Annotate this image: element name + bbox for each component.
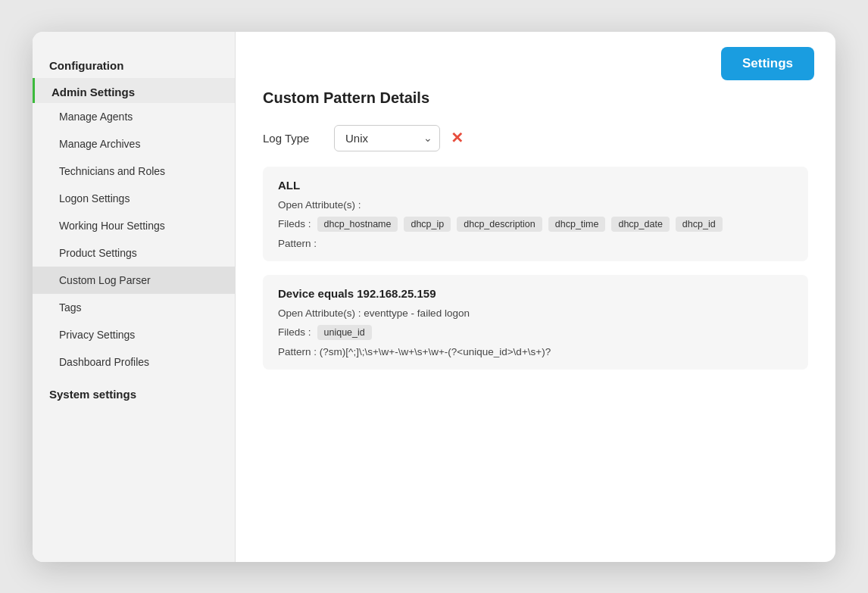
pattern-card-all-title: ALL <box>278 179 793 192</box>
sidebar-item-product-settings[interactable]: Product Settings <box>33 239 235 267</box>
log-type-label: Log Type <box>263 132 323 145</box>
field-tag-dhcp-time: dhcp_time <box>548 217 606 232</box>
page-title: Custom Pattern Details <box>263 89 808 107</box>
field-tag-dhcp-date: dhcp_date <box>611 217 669 232</box>
pattern-card-device: Device equals 192.168.25.159 Open Attrib… <box>263 275 808 370</box>
pattern-card-all-fields-row: Fileds : dhcp_hostname dhcp_ip dhcp_desc… <box>278 217 793 232</box>
pattern-card-all: ALL Open Attribute(s) : Fileds : dhcp_ho… <box>263 167 808 261</box>
pattern-card-device-fields-row: Fileds : unique_id <box>278 325 793 340</box>
field-tag-dhcp-hostname: dhcp_hostname <box>317 217 398 232</box>
pattern-card-all-pattern: Pattern : <box>278 238 793 249</box>
sidebar-item-dashboard-profiles[interactable]: Dashboard Profiles <box>33 348 235 376</box>
settings-button[interactable]: Settings <box>721 47 814 80</box>
sidebar: Configuration Admin Settings Manage Agen… <box>33 32 236 562</box>
pattern-card-device-open-attr: Open Attribute(s) : eventtype - failed l… <box>278 307 793 319</box>
field-tag-unique-id: unique_id <box>317 325 372 340</box>
log-type-row: Log Type Unix Windows Linux Syslog ⌄ ✕ <box>263 125 808 151</box>
sidebar-item-logon-settings[interactable]: Logon Settings <box>33 185 235 212</box>
fields-label-2: Fileds : <box>278 326 311 338</box>
main-content: Custom Pattern Details Log Type Unix Win… <box>236 32 835 562</box>
field-tag-dhcp-id: dhcp_id <box>676 217 723 232</box>
configuration-title: Configuration <box>33 55 235 78</box>
log-type-select[interactable]: Unix Windows Linux Syslog <box>334 125 440 151</box>
sidebar-item-custom-log-parser[interactable]: Custom Log Parser <box>33 267 235 294</box>
sidebar-item-manage-agents[interactable]: Manage Agents <box>33 103 235 130</box>
field-tag-dhcp-description: dhcp_description <box>457 217 542 232</box>
sidebar-item-technicians-roles[interactable]: Technicians and Roles <box>33 158 235 185</box>
admin-settings-title[interactable]: Admin Settings <box>33 78 235 103</box>
sidebar-item-privacy-settings[interactable]: Privacy Settings <box>33 321 235 348</box>
system-settings-title: System settings <box>33 383 235 407</box>
log-type-select-wrapper: Unix Windows Linux Syslog ⌄ <box>334 125 440 151</box>
pattern-card-all-open-attr: Open Attribute(s) : <box>278 199 793 211</box>
clear-log-type-button[interactable]: ✕ <box>451 130 464 145</box>
sidebar-item-tags[interactable]: Tags <box>33 294 235 321</box>
sidebar-item-manage-archives[interactable]: Manage Archives <box>33 130 235 158</box>
field-tag-dhcp-ip: dhcp_ip <box>404 217 451 232</box>
sidebar-item-working-hour-settings[interactable]: Working Hour Settings <box>33 212 235 239</box>
pattern-card-device-title: Device equals 192.168.25.159 <box>278 287 793 300</box>
fields-label-1: Fileds : <box>278 218 311 229</box>
pattern-card-device-pattern: Pattern : (?sm)[^;]\;\s+\w+-\w+\s+\w+-(?… <box>278 346 793 357</box>
